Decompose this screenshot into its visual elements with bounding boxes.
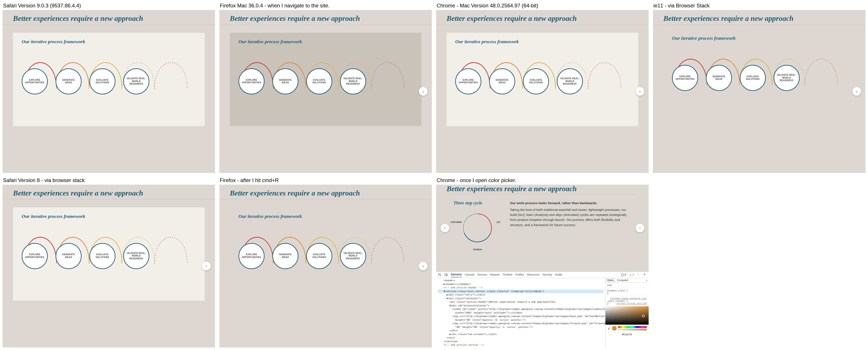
circle-explore: EXPLORE OPPORTUNITIES bbox=[239, 68, 265, 94]
desc-strong: Our work process looks forward, rather t… bbox=[510, 200, 631, 205]
process-box: Our iterative process framework EXPLORE … bbox=[13, 208, 205, 301]
eyedropper-icon[interactable] bbox=[607, 326, 611, 330]
alpha-slider[interactable] bbox=[618, 329, 647, 330]
process-box: Our iterative process framework EXPLORE … bbox=[446, 33, 638, 126]
process-diagram: EXPLORE OPPORTUNITIES GENERATE IDEAS EVA… bbox=[22, 223, 196, 274]
tab-sources[interactable]: Sources bbox=[477, 272, 487, 277]
tab-elements[interactable]: Elements bbox=[451, 272, 462, 277]
label-act: Act bbox=[496, 220, 500, 224]
source-link-2[interactable]: project-custom.less:103 bbox=[617, 302, 647, 305]
browser-panel: Better experiences require a new approac… bbox=[436, 10, 649, 173]
circle-generate: GENERATE IDEAS bbox=[56, 243, 82, 269]
svg-rect-1 bbox=[445, 274, 446, 276]
prev-button[interactable]: ‹ bbox=[440, 224, 449, 232]
element-style-block[interactable]: element.style { } bbox=[606, 288, 649, 296]
device-mode-icon[interactable] bbox=[444, 273, 448, 277]
circle-validate: VALIDATE REAL-WORLD READINESS bbox=[123, 68, 149, 94]
circle-evaluate: EVALUATE SOLUTIONS bbox=[740, 65, 766, 91]
circle-generate: GENERATE IDEAS bbox=[272, 243, 299, 269]
caption: Safari Version 9.0.3 (9537.86.4.4) bbox=[3, 3, 215, 9]
styles-tab-styles[interactable]: Styles bbox=[606, 278, 615, 282]
close-icon[interactable]: ✕ bbox=[643, 273, 647, 277]
circle-evaluate: EVALUATE SOLUTIONS bbox=[306, 68, 332, 94]
page-heading: Better experiences require a new approac… bbox=[3, 185, 215, 200]
devtools-tabs: Elements Console Sources Network Timelin… bbox=[436, 272, 649, 278]
caption: Chrome - Mac Version 48.0.2564.97 (64-bi… bbox=[436, 3, 649, 9]
rule-block[interactable]: bigtomorrowdev.wpengine.com/ .post_conte… bbox=[606, 296, 649, 307]
error-badge[interactable]: ◯ 2 bbox=[621, 273, 626, 276]
circle-evaluate: EVALUATE SOLUTIONS bbox=[523, 68, 549, 94]
cell-empty bbox=[653, 177, 865, 348]
next-button[interactable]: › bbox=[636, 224, 644, 232]
next-button[interactable]: › bbox=[419, 87, 428, 96]
svg-rect-2 bbox=[447, 274, 447, 276]
styles-tab-computed[interactable]: Computed bbox=[615, 278, 630, 282]
tab-security[interactable]: Security bbox=[542, 272, 552, 277]
dom-tree[interactable]: <header> ▶<header>…</header> <!-- end ar… bbox=[436, 278, 605, 347]
cycle-title: Three step cycle bbox=[454, 200, 501, 205]
next-button[interactable]: › bbox=[419, 262, 428, 271]
process-diagram: EXPLORE OPPORTUNITIES GENERATE IDEAS EVA… bbox=[239, 223, 413, 274]
hue-slider[interactable] bbox=[618, 326, 647, 328]
styles-pane: Styles Computed » element.style { } b bbox=[605, 278, 649, 347]
tab-profiles[interactable]: Profiles bbox=[516, 272, 524, 277]
process-box: Our iterative process framework EXPLORE … bbox=[13, 33, 205, 126]
next-button[interactable]: › bbox=[636, 87, 644, 96]
tab-audits[interactable]: Audits bbox=[555, 272, 562, 277]
next-button[interactable]: › bbox=[202, 262, 211, 271]
circle-explore: EXPLORE OPPORTUNITIES bbox=[22, 243, 48, 269]
source-link[interactable]: bigtomorrowdev.wpengine.com/ bbox=[610, 297, 647, 300]
circle-validate: VALIDATE REAL-WORLD READINESS bbox=[123, 243, 149, 269]
slide2-body: Three step cycle Articulate Act Analyze … bbox=[436, 194, 649, 255]
page-heading: Better experiences require a new approac… bbox=[3, 10, 215, 25]
caption: Safari Version 8 - via browser stack bbox=[3, 177, 215, 183]
process-subhead: Our iterative process framework bbox=[22, 214, 196, 219]
circle-explore: EXPLORE OPPORTUNITIES bbox=[239, 243, 265, 269]
color-swatch[interactable] bbox=[612, 326, 617, 331]
tab-console[interactable]: Console bbox=[465, 272, 474, 277]
circle-explore: EXPLORE OPPORTUNITIES bbox=[22, 68, 48, 94]
page-heading: Better experiences require a new approac… bbox=[219, 185, 432, 200]
cell-firefox-nav: Firefox Mac 36.0.4 - when I navigate to … bbox=[219, 3, 432, 173]
circle-validate: VALIDATE REAL-WORLD READINESS bbox=[340, 243, 366, 269]
circle-generate: GENERATE IDEAS bbox=[56, 68, 82, 94]
color-picker: #E18C30 bbox=[606, 307, 649, 337]
color-picker-area[interactable] bbox=[606, 307, 649, 325]
tab-timeline[interactable]: Timeline bbox=[503, 272, 512, 277]
browser-panel: Better experiences require a new approac… bbox=[219, 185, 432, 348]
cycle-column: Three step cycle Articulate Act Analyze bbox=[454, 200, 501, 249]
color-value[interactable]: #E18C30 bbox=[606, 332, 649, 337]
circle-validate: VALIDATE REAL-WORLD READINESS bbox=[557, 68, 583, 94]
circle-generate: GENERATE IDEAS bbox=[706, 65, 732, 91]
caption: Firefox Mac 36.0.4 - when I navigate to … bbox=[219, 3, 432, 9]
caption: Chrome - once I open color picker. bbox=[436, 177, 649, 183]
process-box: Our iterative process framework EXPLORE … bbox=[663, 29, 855, 123]
browser-panel: Better experiences require a new approac… bbox=[436, 185, 649, 348]
inspect-icon[interactable] bbox=[438, 273, 441, 277]
process-diagram: EXPLORE OPPORTUNITIES GENERATE IDEAS EVA… bbox=[455, 49, 629, 99]
label-analyze: Analyze bbox=[473, 248, 482, 251]
filter-row bbox=[606, 283, 649, 288]
process-subhead: Our iterative process framework bbox=[22, 39, 196, 44]
process-subhead: Our iterative process framework bbox=[239, 214, 413, 219]
styles-tabs: Styles Computed » bbox=[606, 278, 649, 283]
circle-evaluate: EVALUATE SOLUTIONS bbox=[89, 243, 116, 269]
cell-safari9: Safari Version 9.0.3 (9537.86.4.4) Bette… bbox=[3, 3, 215, 173]
color-picker-cursor[interactable] bbox=[642, 315, 645, 317]
circle-explore: EXPLORE OPPORTUNITIES bbox=[455, 68, 481, 94]
cycle-svg bbox=[459, 210, 496, 246]
devtools-menu-icon[interactable]: ⋮ bbox=[637, 273, 640, 277]
process-diagram: EXPLORE OPPORTUNITIES GENERATE IDEAS EVA… bbox=[672, 45, 846, 95]
cycle-ring: Articulate Act Analyze bbox=[459, 210, 496, 246]
page-heading: Better experiences require a new approac… bbox=[436, 185, 649, 194]
filter-input[interactable] bbox=[607, 284, 647, 286]
tab-network[interactable]: Network bbox=[490, 272, 499, 277]
next-button[interactable]: › bbox=[852, 87, 861, 96]
circle-validate: VALIDATE REAL-WORLD READINESS bbox=[340, 68, 366, 94]
tab-resources[interactable]: Resources bbox=[527, 272, 539, 277]
cell-firefox-reload: Firefox - after I hit cmd+R Better exper… bbox=[219, 177, 432, 348]
warning-badge[interactable]: ▲ 1 bbox=[629, 273, 634, 276]
styles-expand-icon[interactable]: » bbox=[630, 278, 649, 282]
circle-evaluate: EVALUATE SOLUTIONS bbox=[306, 243, 332, 269]
devtools-panel: Elements Console Sources Network Timelin… bbox=[436, 272, 649, 347]
